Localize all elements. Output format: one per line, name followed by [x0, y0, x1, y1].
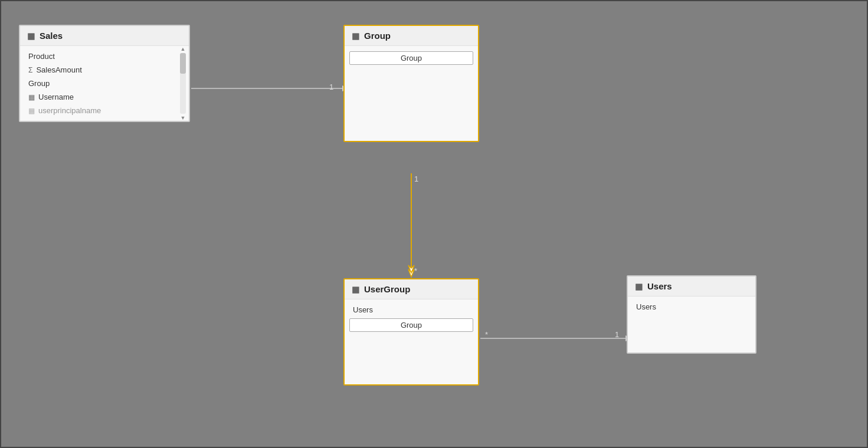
group-table-title: Group — [364, 31, 391, 41]
users-field-in-usergroup: Users — [345, 303, 478, 317]
group-field-in-usergroup-highlighted: Group — [349, 318, 473, 332]
usergroup-table[interactable]: ▦ UserGroup Users Group — [343, 278, 479, 386]
sales-table[interactable]: ▦ Sales Product Σ SalesAmount Group ▦ Us… — [19, 25, 190, 122]
usergroup-table-header: ▦ UserGroup — [345, 279, 478, 299]
group-table-icon: ▦ — [352, 31, 359, 41]
users-table[interactable]: ▦ Users Users — [627, 275, 756, 354]
field-salesamount: Σ SalesAmount — [20, 63, 189, 77]
users-table-icon: ▦ — [635, 282, 643, 291]
users-table-body: Users — [628, 297, 755, 353]
usergroup-table-title: UserGroup — [364, 284, 410, 294]
group-table[interactable]: ▦ Group Group — [343, 25, 479, 142]
field-product: Product — [20, 50, 189, 63]
group-table-body: Group — [345, 46, 478, 141]
group-field-label: Group — [28, 79, 50, 88]
scroll-up-arrow[interactable]: ▲ — [181, 46, 186, 52]
upn-icon: ▦ — [28, 107, 35, 115]
sigma-icon: Σ — [28, 66, 32, 74]
users-field-label: Users — [636, 302, 656, 311]
users-table-title: Users — [647, 281, 672, 291]
sales-table-title: Sales — [40, 31, 63, 41]
product-label: Product — [28, 52, 55, 61]
username-label: Username — [38, 93, 74, 101]
relation-label-usergroup-star: * — [485, 330, 488, 339]
field-userprincipalname: ▦ userprincipalname — [20, 104, 189, 117]
field-username: ▦ Username — [20, 90, 189, 104]
upn-label: userprincipalname — [38, 106, 101, 115]
svg-marker-3 — [408, 269, 414, 277]
field-group: Group — [20, 77, 189, 90]
users-field: Users — [628, 300, 755, 314]
sales-table-header: ▦ Sales — [20, 26, 189, 46]
group-field-highlighted: Group — [349, 51, 473, 65]
relation-label-users-one: 1 — [615, 330, 619, 339]
scrollbar-thumb[interactable] — [180, 53, 186, 74]
relation-label-group-one: 1 — [329, 83, 333, 91]
sales-table-icon: ▦ — [27, 31, 35, 41]
salesamount-label: SalesAmount — [36, 65, 81, 74]
sales-table-body: Product Σ SalesAmount Group ▦ Username ▦… — [20, 46, 189, 121]
relation-label-group-bottom-one: 1 — [414, 174, 418, 183]
scrollbar-track — [180, 53, 186, 114]
svg-marker-4 — [408, 265, 414, 273]
username-icon: ▦ — [28, 93, 35, 101]
group-table-header: ▦ Group — [345, 26, 478, 46]
diagram-canvas: * 1 1 * * 1 ▦ Sales Product Σ SalesAmoun… — [0, 0, 868, 448]
users-in-usergroup-label: Users — [353, 305, 373, 314]
scroll-down-arrow[interactable]: ▼ — [181, 115, 186, 121]
usergroup-table-body: Users Group — [345, 299, 478, 384]
users-table-header: ▦ Users — [628, 276, 755, 297]
relation-label-usergroup-top-star: * — [414, 266, 417, 275]
usergroup-table-icon: ▦ — [352, 285, 359, 294]
